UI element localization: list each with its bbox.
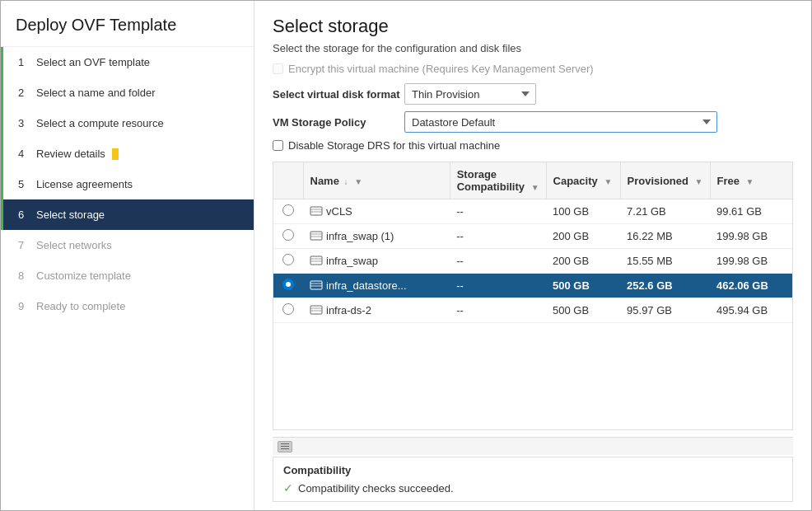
sidebar-item-3[interactable]: 3 Select a compute resource (1, 108, 254, 138)
sidebar-item-7: 7 Select networks (1, 230, 254, 260)
scroll-line-3 (281, 448, 289, 449)
storage-policy-label: VM Storage Policy (273, 116, 404, 129)
svg-rect-6 (310, 256, 322, 265)
radio-cell[interactable] (273, 274, 303, 298)
compatibility-section: Compatibility ✓ Compatibility checks suc… (273, 457, 793, 502)
svg-rect-12 (310, 306, 322, 314)
storage-table-wrapper: Name ↓ ▼ StorageCompatibility ▼ Capacity… (273, 162, 793, 430)
table-row[interactable]: infra_swap (1)--200 GB16.22 MB199.98 GB (273, 224, 792, 249)
step-label-3: Select a compute resource (36, 117, 164, 129)
col-header-provisioned[interactable]: Provisioned ▼ (620, 162, 710, 199)
col-header-capacity[interactable]: Capacity ▼ (546, 162, 620, 199)
radio-button[interactable] (282, 254, 294, 265)
disable-drs-label: Disable Storage DRS for this virtual mac… (288, 139, 500, 152)
table-row[interactable]: infra_swap--200 GB15.55 MB199.98 GB (273, 249, 792, 274)
datastore-name: infra-ds-2 (326, 304, 371, 316)
compat-filter-icon[interactable]: ▼ (531, 183, 539, 192)
capacity-cell: 100 GB (546, 199, 620, 224)
disk-format-label: Select virtual disk format (273, 88, 404, 101)
radio-cell[interactable] (273, 249, 303, 274)
col-header-name[interactable]: Name ↓ ▼ (303, 162, 450, 199)
radio-button[interactable] (282, 279, 294, 290)
table-header-row: Name ↓ ▼ StorageCompatibility ▼ Capacity… (273, 162, 792, 199)
encrypt-row: Encrypt this virtual machine (Requires K… (273, 63, 793, 75)
free-cell: 199.98 GB (710, 224, 792, 249)
sidebar-title: Deploy OVF Template (1, 1, 254, 47)
name-sort-icon[interactable]: ↓ (344, 177, 348, 186)
scroll-handle[interactable] (278, 441, 292, 452)
storage-compat-cell: -- (450, 224, 546, 249)
step-label-7: Select networks (36, 239, 112, 251)
provisioned-cell: 15.55 MB (620, 249, 710, 274)
name-cell: infra_datastore... (303, 274, 450, 298)
step-number-1: 1 (18, 56, 30, 68)
radio-cell[interactable] (273, 199, 303, 224)
sidebar-item-9: 9 Ready to complete (1, 291, 254, 321)
sidebar-item-5[interactable]: 5 License agreements (1, 169, 254, 199)
compatibility-status-row: ✓ Compatibility checks succeeded. (283, 481, 782, 495)
disable-drs-row: Disable Storage DRS for this virtual mac… (273, 139, 793, 152)
storage-policy-select[interactable]: Datastore Default (404, 111, 717, 133)
scroll-handle-lines (281, 443, 289, 449)
sidebar-item-2[interactable]: 2 Select a name and folder (1, 77, 254, 108)
table-row[interactable]: infra_datastore...--500 GB252.6 GB462.06… (273, 274, 792, 298)
radio-button[interactable] (282, 303, 294, 315)
table-row[interactable]: vCLS--100 GB7.21 GB99.61 GB (273, 199, 792, 224)
name-filter-icon[interactable]: ▼ (354, 177, 362, 186)
name-cell: infra-ds-2 (303, 298, 450, 323)
datastore-name: vCLS (326, 205, 352, 218)
provisioned-cell: 16.22 MB (620, 224, 710, 249)
datastore-icon (310, 206, 323, 218)
table-row[interactable]: infra-ds-2--500 GB95.97 GB495.94 GB (273, 298, 792, 323)
step-number-2: 2 (18, 87, 30, 99)
step-label-5: License agreements (36, 178, 133, 190)
provisioned-filter-icon[interactable]: ▼ (695, 177, 703, 186)
step-number-6: 6 (18, 209, 30, 221)
capacity-cell: 200 GB (546, 249, 620, 274)
compat-check-icon: ✓ (283, 481, 293, 495)
sidebar-item-1[interactable]: 1 Select an OVF template (1, 47, 254, 77)
sidebar-item-6[interactable]: 6 Select storage (1, 199, 254, 230)
scroll-handle-area (273, 437, 793, 455)
provisioned-cell: 95.97 GB (620, 298, 710, 323)
radio-button[interactable] (282, 204, 294, 216)
disk-format-select[interactable]: Thin Provision (404, 83, 536, 105)
datastore-icon (310, 231, 323, 242)
datastore-name: infra_swap (326, 255, 378, 267)
storage-table-body: vCLS--100 GB7.21 GB99.61 GB infra_swap (… (273, 199, 792, 323)
encrypt-checkbox[interactable] (273, 63, 283, 74)
sidebar-item-4[interactable]: 4 Review details (1, 138, 254, 169)
svg-rect-3 (310, 232, 322, 240)
page-subtitle: Select the storage for the configuration… (273, 42, 793, 54)
free-cell: 199.98 GB (710, 249, 792, 274)
step-number-8: 8 (18, 270, 30, 282)
datastore-name: infra_swap (1) (326, 230, 394, 242)
col-header-radio (273, 162, 303, 199)
radio-cell[interactable] (273, 224, 303, 249)
compatibility-status: Compatibility checks succeeded. (298, 482, 454, 495)
storage-table: Name ↓ ▼ StorageCompatibility ▼ Capacity… (273, 162, 792, 323)
col-header-free[interactable]: Free ▼ (710, 162, 792, 199)
main-content: Select storage Select the storage for th… (254, 1, 811, 510)
radio-button[interactable] (282, 229, 294, 241)
free-cell: 99.61 GB (710, 199, 792, 224)
datastore-icon (310, 305, 323, 316)
disable-drs-checkbox[interactable] (273, 140, 283, 151)
free-cell: 462.06 GB (710, 274, 792, 298)
warning-bar (112, 148, 119, 160)
free-filter-icon[interactable]: ▼ (746, 177, 754, 186)
storage-compat-cell: -- (450, 249, 546, 274)
scroll-line-1 (281, 443, 289, 444)
step-number-5: 5 (18, 178, 30, 190)
datastore-icon (310, 280, 323, 292)
capacity-filter-icon[interactable]: ▼ (604, 177, 612, 186)
deploy-ovf-window: Deploy OVF Template 1 Select an OVF temp… (0, 0, 812, 511)
step-label-8: Customize template (36, 270, 131, 282)
provisioned-cell: 7.21 GB (620, 199, 710, 224)
free-cell: 495.94 GB (710, 298, 792, 323)
datastore-icon (310, 256, 323, 267)
col-header-storage-compat[interactable]: StorageCompatibility ▼ (450, 162, 546, 199)
step-number-3: 3 (18, 117, 30, 129)
radio-cell[interactable] (273, 298, 303, 323)
storage-compat-cell: -- (450, 274, 546, 298)
